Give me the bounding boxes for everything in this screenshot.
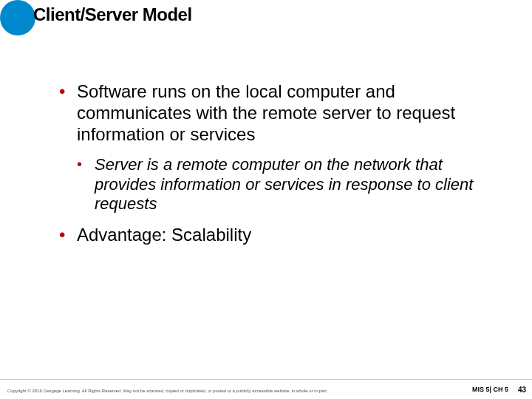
footer-divider [0,379,532,380]
bullet-main-2: Advantage: Scalability [59,225,502,246]
bullet-text-1: Software runs on the local computer and … [77,81,455,144]
page-number: 43 [518,386,526,394]
bullet-main-1: Software runs on the local computer and … [59,81,502,145]
header-circle-decoration [0,0,35,35]
content-area: Software runs on the local computer and … [59,81,502,256]
copyright-text: Copyright © 2016 Cengage Learning. All R… [7,389,328,393]
bullet-sub-1: Server is a remote computer on the netwo… [59,155,502,214]
bullet-subtext-1: Server is a remote computer on the netwo… [95,155,473,213]
bullet-text-2: Advantage: Scalability [77,225,251,245]
chapter-label: MIS 5| CH 5 [472,386,508,393]
slide-title: Client/Server Model [33,4,192,25]
